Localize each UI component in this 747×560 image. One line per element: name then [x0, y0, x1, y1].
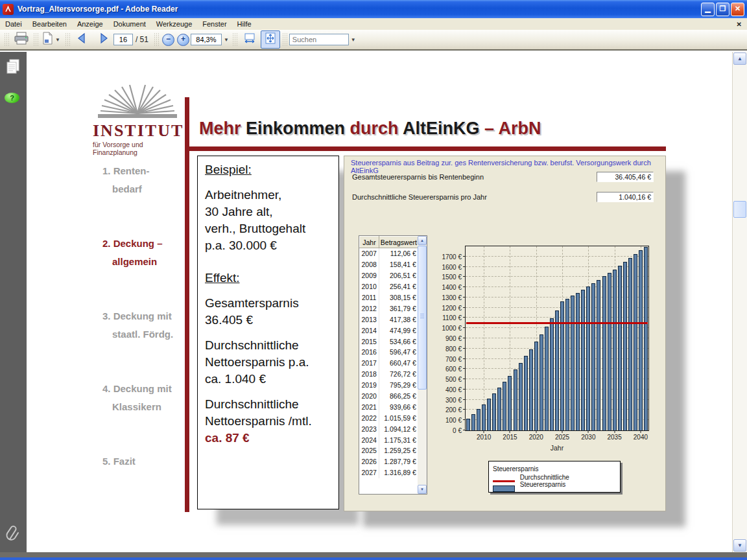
- x-tick-label: 2025: [555, 434, 569, 441]
- previous-page-button[interactable]: [73, 30, 92, 49]
- menu-item-bearbeiten[interactable]: Bearbeiten: [27, 19, 72, 29]
- y-tick-label: 1000 €: [431, 325, 462, 332]
- table-cell-year: 2023: [360, 423, 379, 434]
- table-cell-value: 256,41 €: [379, 281, 418, 292]
- document-area[interactable]: INSTITUT für Vorsorge und Finanzplanung …: [27, 52, 733, 552]
- table-scroll-thumb: [418, 246, 427, 390]
- search-dropdown-icon[interactable]: ▼: [349, 37, 358, 43]
- y-tick: [463, 338, 466, 338]
- table-scroll-down-icon: ▼: [418, 485, 427, 494]
- y-tick: [463, 379, 466, 379]
- y-tick-label: 500 €: [431, 376, 462, 383]
- fit-width-icon: [243, 32, 256, 47]
- chart-bar: [550, 318, 554, 430]
- adobe-reader-window: Vortrag_Altersvorsorge.pdf - Adobe Reade…: [0, 0, 747, 560]
- y-tick-label: 900 €: [431, 335, 462, 342]
- menu-items: DateiBearbeitenAnzeigeDokumentWerkzeugeF…: [0, 19, 731, 29]
- logo-title: INSTITUT: [93, 122, 185, 139]
- pages-panel-icon[interactable]: [5, 58, 21, 78]
- search-input[interactable]: [289, 34, 349, 45]
- menu-item-anzeige[interactable]: Anzeige: [72, 19, 108, 29]
- main-area: ?: [0, 52, 747, 552]
- menu-item-werkzeuge[interactable]: Werkzeuge: [151, 19, 197, 29]
- attachments-paperclip-icon[interactable]: [5, 525, 21, 546]
- title-part: AltEinKG: [403, 119, 484, 138]
- help-icon[interactable]: ?: [5, 93, 19, 103]
- restore-button[interactable]: ❐: [716, 3, 729, 16]
- menu-item-hilfe[interactable]: Hilfe: [232, 19, 257, 29]
- close-button[interactable]: ✕: [731, 3, 744, 16]
- window-title: Vortrag_Altersvorsorge.pdf - Adobe Reade…: [18, 5, 700, 14]
- chart-bar: [597, 280, 600, 430]
- table-cell-value: 1.287,79 €: [379, 456, 418, 467]
- next-page-button[interactable]: [93, 30, 113, 49]
- toolbar-separator: [154, 32, 159, 47]
- chart-bar: [644, 247, 648, 430]
- scroll-down-icon[interactable]: ▼: [733, 539, 746, 552]
- print-button[interactable]: [12, 30, 31, 49]
- y-tick-label: 1500 €: [431, 274, 462, 281]
- table-scrollbar: ▲ ▼: [418, 236, 427, 494]
- table-cell-year: 2024: [360, 434, 379, 445]
- document-close-icon[interactable]: ✕: [731, 21, 747, 28]
- field-value: 36.405,46 €: [597, 172, 654, 182]
- toolbar-separator: [233, 32, 237, 47]
- y-tick-label: 1400 €: [431, 284, 462, 291]
- x-tick-label: 2020: [529, 434, 543, 441]
- chart-bar: [534, 342, 538, 430]
- zoom-in-button[interactable]: +: [177, 34, 189, 46]
- dropdown-arrow-icon: ▼: [53, 37, 62, 43]
- table-cell-value: 361,79 €: [379, 303, 418, 314]
- y-tick: [463, 368, 466, 369]
- fit-width-button[interactable]: [240, 30, 259, 49]
- menu-item-datei[interactable]: Datei: [0, 19, 27, 29]
- zoom-dropdown-icon[interactable]: ▼: [222, 37, 231, 43]
- chart-bar: [628, 258, 632, 430]
- window-bottom-edge: [0, 552, 747, 557]
- window-border: [0, 557, 747, 560]
- title-part: Einkommen: [246, 119, 350, 138]
- nav-item-line: 4. Deckung mit: [102, 380, 172, 398]
- vertical-scrollbar[interactable]: ▲ ▼: [732, 52, 747, 552]
- slide-title: Mehr Einkommen durch AltEinKG – ArbN: [199, 119, 541, 139]
- example-paragraph: Durchschnittliche Nettoersparnis p.a. ca…: [205, 337, 331, 388]
- table-cell-year: 2019: [360, 380, 379, 391]
- table-row: 20261.287,79 €: [360, 456, 419, 467]
- page-number-input[interactable]: [113, 34, 133, 45]
- y-tick: [463, 286, 466, 287]
- zoom-out-button[interactable]: −: [162, 34, 174, 46]
- scroll-thumb[interactable]: [733, 201, 746, 218]
- menu-item-dokument[interactable]: Dokument: [108, 19, 151, 29]
- x-tick-label: 2040: [634, 434, 648, 441]
- scroll-up-icon[interactable]: ▲: [733, 52, 746, 65]
- table-cell-year: 2016: [360, 347, 379, 358]
- fit-page-button[interactable]: [261, 30, 280, 49]
- table-cell-year: 2020: [360, 391, 379, 402]
- legend-label: Steuerersparnis: [493, 465, 539, 472]
- table-row: 2009206,51 €: [360, 270, 419, 281]
- table-row: 20231.094,12 €: [360, 423, 419, 434]
- x-tick-label: 2035: [608, 434, 622, 441]
- page-tools-button[interactable]: ▼: [41, 30, 63, 49]
- x-tick: [562, 430, 563, 433]
- menu-item-fenster[interactable]: Fenster: [197, 19, 231, 29]
- underlined-text: Effekt:: [205, 271, 240, 285]
- legend-swatch-bar: [493, 485, 515, 492]
- nav-item-2: 2. Deckung –allgemein: [102, 235, 163, 271]
- zoom-level-input[interactable]: [191, 34, 222, 45]
- nav-item-line: 1. Renten-: [102, 162, 150, 180]
- y-tick: [463, 256, 466, 257]
- minimize-button[interactable]: ▁: [701, 3, 715, 16]
- y-tick-label: 800 €: [431, 345, 462, 353]
- forward-arrow-icon: [97, 32, 110, 47]
- table-row: 2010256,41 €: [360, 281, 419, 292]
- table-cell-value: 660,47 €: [379, 358, 418, 369]
- y-tick-label: 700 €: [431, 356, 462, 363]
- table-cell-year: 2027: [360, 467, 379, 478]
- x-tick: [640, 430, 641, 433]
- y-tick-label: 200 €: [431, 406, 462, 414]
- table-header-cell: Betragswert: [379, 237, 418, 248]
- chart-bar: [508, 376, 512, 430]
- nav-item-line: allgemein: [102, 253, 163, 271]
- table-row: 2014474,99 €: [360, 325, 419, 336]
